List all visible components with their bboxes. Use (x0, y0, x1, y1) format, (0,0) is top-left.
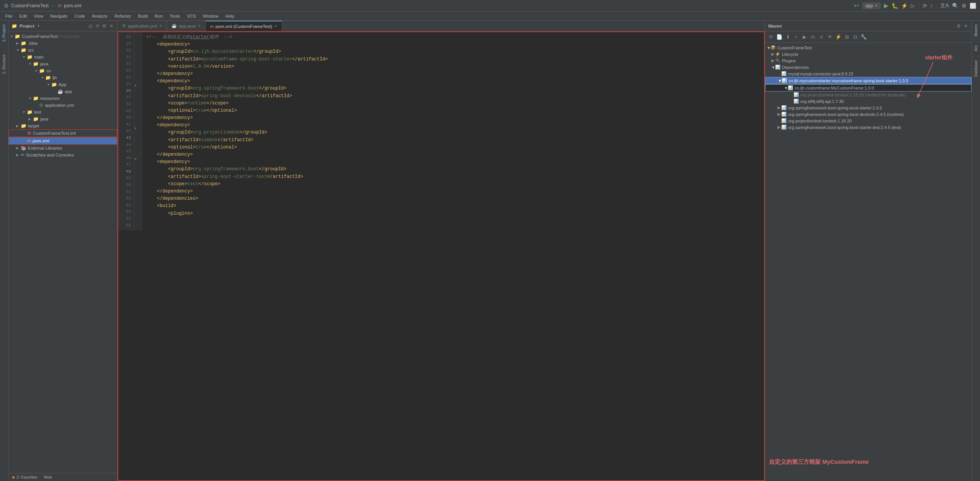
maven-hash-icon[interactable]: # (818, 34, 825, 41)
expand-icon[interactable]: ⟲ (95, 23, 100, 29)
maven-collapse-all-icon[interactable]: ⊟ (852, 34, 859, 41)
maven-close-icon[interactable]: ✕ (963, 23, 969, 29)
tree-ext-libs[interactable]: ▶ 📚 External Libraries (8, 145, 117, 152)
web-tab[interactable]: Web (41, 473, 55, 481)
run-icon[interactable]: ▶ (884, 2, 888, 9)
maven-dep-sbst[interactable]: ▶ 📊 org.springframework.boot:spring-boot… (765, 124, 972, 130)
res-folder-icon: 📁 (33, 96, 39, 101)
menu-analyze[interactable]: Analyze (89, 13, 111, 19)
maven-create-icon[interactable]: + (793, 34, 800, 41)
tree-test-java[interactable]: ▶ 📁 java (8, 116, 117, 122)
xml-tab-close[interactable]: ✕ (274, 24, 277, 28)
maven-dep-slf4j[interactable]: 📊 org.slf4j:slf4j-api:1.7.30 (765, 98, 972, 104)
tree-idea[interactable]: ▶ 📁 .idea (8, 40, 117, 47)
run-config-dropdown[interactable]: app ▼ (862, 2, 881, 9)
maven-expand-all-icon[interactable]: ⊞ (843, 34, 850, 41)
menu-edit[interactable]: Edit (16, 13, 30, 19)
tab-application-yml[interactable]: ⚙ application.yml ✕ (118, 21, 167, 31)
menu-code[interactable]: Code (71, 13, 88, 19)
maven-dep-lombok-dup[interactable]: 📊 org.projectlombok:lombok:1.18.20 (omit… (765, 91, 972, 98)
yml-tab-close[interactable]: ✕ (159, 24, 162, 28)
maven-lifecycle[interactable]: ▶ ⚡ Lifecycle (765, 51, 972, 57)
tree-iml[interactable]: ⚙ CustomFrameTest.iml (8, 129, 117, 137)
search-everywhere-icon[interactable]: 🔍 (952, 3, 959, 9)
more-run-icon[interactable]: ▷ (911, 3, 915, 9)
maven-wrench-icon[interactable]: 🔧 (860, 34, 867, 41)
tree-pom[interactable]: m pom.xml (8, 137, 117, 145)
menu-refactor[interactable]: Refactor (111, 13, 134, 19)
close-panel-icon[interactable]: ✕ (109, 23, 114, 29)
maven-add-icon[interactable]: 📄 (776, 34, 783, 41)
tree-app-yml[interactable]: ⚙ application.yml (8, 102, 117, 109)
tab-pom-xml[interactable]: m pom.xml (CustomFrameTest) ✕ (206, 21, 282, 31)
maven-dependencies[interactable]: ▼ 📊 Dependencies (765, 64, 972, 70)
menu-view[interactable]: View (31, 13, 46, 19)
line-num-43: 43 (120, 135, 131, 142)
tab-app-java[interactable]: ☕ app.java ✕ (167, 21, 205, 31)
favorites-tab[interactable]: ★ 2: Favorites (8, 473, 41, 481)
code-editor[interactable]: 28 29 30 31 32 33 34 35 36 37 38 39 40 4… (118, 31, 765, 481)
maven-dep-sbs[interactable]: ▶ 📊 org.springframework.boot:spring-boot… (765, 104, 972, 111)
tree-main[interactable]: ▼ 📁 main (8, 54, 117, 60)
menu-navigate[interactable]: Navigate (47, 13, 70, 19)
gutter-icon-43[interactable]: ● (134, 126, 142, 132)
tree-ljh-label: ljh (52, 75, 57, 80)
menu-build[interactable]: Build (135, 13, 151, 19)
project-side-tab[interactable]: 1: Project (1, 22, 7, 44)
structure-side-tab[interactable]: 2: Structure (1, 52, 7, 77)
maven-settings-icon[interactable]: ⚙ (956, 23, 962, 29)
maven-root[interactable]: ▼ 📦 CustomFrameTest (765, 44, 972, 51)
menu-run[interactable]: Run (152, 13, 166, 19)
tree-java[interactable]: ▼ 📁 java (8, 60, 117, 67)
tag-scope-close-51: </scope> (198, 181, 221, 187)
maximize-icon[interactable]: ⬜ (970, 3, 976, 9)
maven-run-icon[interactable]: ▶ (801, 34, 808, 41)
tree-resources[interactable]: ▼ 📁 resources (8, 95, 117, 102)
maven-plugins[interactable]: ▶ 🔌 Plugins (765, 57, 972, 64)
menu-help[interactable]: Help (222, 13, 237, 19)
tree-cn[interactable]: ▼ 📁 cn (8, 67, 117, 74)
settings-panel-icon[interactable]: ⚙ (101, 23, 107, 29)
back-icon[interactable]: ↩ (854, 2, 859, 9)
tree-root[interactable]: ▼ 📁 CustomFrameTest F:\myCode\ (8, 33, 117, 40)
maven-download-icon[interactable]: ⬇ (784, 34, 791, 41)
menu-file[interactable]: File (2, 13, 16, 19)
ant-side-tab[interactable]: Ant (973, 43, 979, 54)
maven-side-tab[interactable]: Maven (973, 22, 979, 39)
tree-scratches[interactable]: ▶ ✏ Scratches and Consoles (8, 152, 117, 158)
maven-refresh-icon[interactable]: ⟳ (767, 34, 774, 41)
tag-scope-close-39: </scope> (206, 101, 229, 106)
settings-icon[interactable]: ⚙ (962, 3, 967, 9)
panel-dropdown-arrow[interactable]: ▼ (37, 24, 40, 28)
run-coverage-icon[interactable]: ⚡ (901, 3, 908, 9)
maven-show-icon[interactable]: 👁 (826, 34, 833, 41)
tree-src[interactable]: ▼ 📁 src (8, 47, 117, 54)
maven-dep-mysql[interactable]: 📊 mysql:mysql-connector-java:8.0.23 (765, 70, 972, 77)
tree-ljh[interactable]: ▼ 📁 ljh (8, 74, 117, 81)
maven-m-icon[interactable]: m (810, 34, 816, 41)
vcs-push-icon[interactable]: ↑ (930, 3, 933, 9)
locate-icon[interactable]: ◎ (88, 23, 93, 29)
gutter-icon-36[interactable]: ● (134, 83, 142, 89)
tab-bar: ⚙ application.yml ✕ ☕ app.java ✕ m pom.x… (118, 21, 765, 31)
maven-dep-devtools[interactable]: ▶ 📊 org.springframework.boot:spring-boot… (765, 111, 972, 117)
java-tab-close[interactable]: ✕ (198, 24, 201, 28)
debug-icon[interactable]: 🐛 (892, 3, 898, 9)
gutter-icon-48[interactable]: ● (134, 156, 142, 162)
vcs-update-icon[interactable]: ⟳ (923, 3, 927, 9)
translate-icon[interactable]: 文A (940, 2, 949, 9)
maven-dep-custom-frame[interactable]: ▼ 📊 cn.ljh.customframe:MyCustomFrame:1.0… (765, 84, 972, 91)
maven-dep-custom-starter[interactable]: ▼ 📊 cn.ljh.mycustomstarter:mycustomframe… (765, 77, 972, 84)
tree-test[interactable]: ▼ 📁 test (8, 109, 117, 116)
menu-window[interactable]: Window (200, 13, 222, 19)
tree-target[interactable]: ▶ 📁 target (8, 122, 117, 129)
menu-vcs[interactable]: VCS (184, 13, 199, 19)
database-side-tab[interactable]: Database (973, 58, 979, 79)
maven-deps-icon: 📊 (775, 65, 780, 70)
tree-app-java[interactable]: ☕ app (8, 88, 117, 95)
menu-tools[interactable]: Tools (167, 13, 183, 19)
maven-lightning-icon[interactable]: ⚡ (835, 34, 842, 41)
tree-app-folder[interactable]: ▼ 📁 App (8, 81, 117, 88)
maven-dep-lombok[interactable]: 📊 org.projectlombok:lombok:1.18.20 (765, 117, 972, 124)
line-num-52: 52 (120, 195, 131, 202)
